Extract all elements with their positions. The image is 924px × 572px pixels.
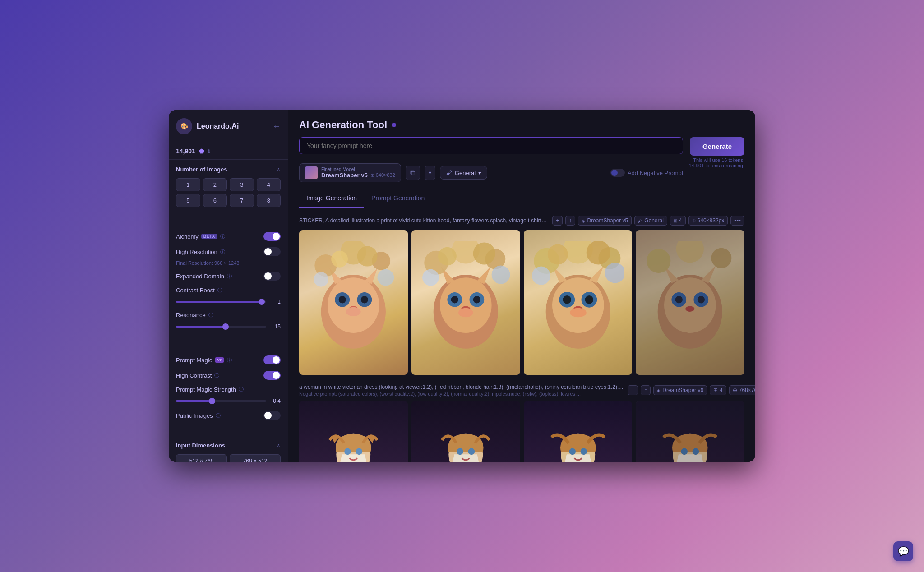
- model-chevron[interactable]: ▾: [425, 166, 435, 180]
- svg-marker-59: [701, 266, 716, 283]
- pm-strength-text: Prompt Magic Strength: [176, 386, 236, 393]
- contrast-boost-track[interactable]: [176, 301, 266, 303]
- pm-strength-label: Prompt Magic Strength ⓘ: [176, 386, 244, 393]
- add-btn-2[interactable]: +: [628, 385, 638, 395]
- prompt-magic-toggle[interactable]: [263, 355, 281, 364]
- model-label: Finetuned Model: [321, 167, 395, 172]
- dimensions-grid: 512 × 768 768 × 512 1024 × 768 768 × 102…: [176, 454, 281, 462]
- alchemy-toggle[interactable]: [263, 232, 281, 241]
- pm-strength-track[interactable]: [176, 400, 266, 402]
- resonance-track[interactable]: [176, 326, 266, 328]
- pm-strength-info[interactable]: ⓘ: [239, 386, 244, 393]
- style-selector[interactable]: 🖌 General ▾: [440, 166, 487, 180]
- final-resolution-text: Final Resolution: 960 × 1248: [176, 260, 281, 266]
- main-content: AI Generation Tool Finetuned Model: [288, 110, 755, 462]
- gen-prompt-text-1: STICKER, A detailed illustration a print…: [299, 217, 548, 224]
- token-bar: 14,901 ⬟ ℹ: [169, 143, 288, 160]
- kitten-image-3[interactable]: [524, 230, 633, 375]
- svg-point-33: [491, 266, 510, 284]
- public-images-info[interactable]: ⓘ: [216, 412, 221, 419]
- num-btn-5[interactable]: 5: [176, 194, 200, 207]
- prompt-input[interactable]: [299, 137, 683, 154]
- public-images-label: Public Images ⓘ: [176, 412, 221, 419]
- generate-button[interactable]: Generate: [690, 137, 744, 156]
- style-chevron: ▾: [478, 170, 481, 176]
- prompt-magic-info[interactable]: ⓘ: [227, 357, 232, 364]
- add-btn-1[interactable]: +: [552, 216, 563, 226]
- dim-768x512[interactable]: 768 × 512: [230, 454, 281, 462]
- token-info-icon[interactable]: ℹ: [208, 148, 210, 154]
- top-bar: AI Generation Tool Finetuned Model: [288, 110, 755, 189]
- woman-images-grid: [299, 401, 744, 462]
- svg-point-65: [356, 448, 363, 455]
- svg-point-31: [473, 242, 495, 264]
- high-contrast-info[interactable]: ⓘ: [214, 372, 219, 379]
- svg-point-50: [605, 263, 624, 283]
- tab-image-generation[interactable]: Image Generation: [299, 189, 364, 208]
- kitten-image-4[interactable]: [636, 230, 744, 375]
- resonance-row: Resonance ⓘ: [176, 309, 281, 322]
- content-area: STICKER, A detailed illustration a print…: [288, 208, 755, 462]
- number-of-images-section: Number of Images ∧ 1 2 3 4 5 6 7 8: [169, 160, 288, 213]
- number-grid-bottom: 5 6 7 8: [176, 194, 281, 207]
- svg-point-55: [675, 296, 683, 303]
- input-dimensions-collapse[interactable]: ∧: [277, 443, 281, 449]
- up-btn-1[interactable]: ↑: [565, 216, 575, 226]
- count-tag-1: ⊞ 4: [670, 216, 686, 226]
- neg-prompt-text-2: Negative prompt: (saturated colors), (wo…: [299, 391, 623, 397]
- num-btn-7[interactable]: 7: [230, 194, 254, 207]
- tab-prompt-generation[interactable]: Prompt Generation: [364, 189, 432, 208]
- num-btn-4[interactable]: 4: [257, 178, 281, 191]
- svg-point-62: [676, 241, 704, 263]
- number-of-images-header: Number of Images ∧: [176, 166, 281, 173]
- high-contrast-toggle[interactable]: [263, 371, 281, 380]
- contrast-boost-info[interactable]: ⓘ: [217, 287, 222, 294]
- contrast-boost-fill: [176, 301, 262, 303]
- kitten-image-1[interactable]: [299, 230, 408, 375]
- resonance-info[interactable]: ⓘ: [208, 312, 213, 318]
- action-btns-1: + ↑ ◈ DreamShaper v5 🖌 General ⊞ 4: [552, 216, 744, 226]
- expanded-domain-toggle[interactable]: [263, 272, 281, 281]
- svg-point-49: [532, 267, 550, 285]
- num-btn-1[interactable]: 1: [176, 178, 200, 191]
- high-resolution-toggle[interactable]: [263, 247, 281, 256]
- expanded-domain-info[interactable]: ⓘ: [227, 273, 232, 280]
- svg-point-73: [681, 448, 688, 455]
- copy-model-btn[interactable]: ⧉: [406, 166, 420, 180]
- chat-fab[interactable]: 💬: [893, 541, 913, 561]
- model-selector[interactable]: Finetuned Model DreamShaper v5 ⊕ 640×832: [299, 163, 401, 182]
- public-images-row: Public Images ⓘ: [176, 408, 281, 423]
- num-btn-3[interactable]: 3: [230, 178, 254, 191]
- svg-point-14: [357, 246, 378, 267]
- num-btn-2[interactable]: 2: [203, 178, 227, 191]
- public-images-toggle[interactable]: [263, 411, 281, 420]
- dots-btn-1[interactable]: •••: [730, 216, 744, 226]
- svg-point-61: [711, 248, 732, 268]
- high-resolution-info[interactable]: ⓘ: [220, 249, 225, 255]
- resonance-text: Resonance: [176, 312, 206, 318]
- kitten-image-2[interactable]: [411, 230, 520, 375]
- woman-image-3[interactable]: [524, 401, 633, 462]
- resonance-thumb[interactable]: [222, 323, 229, 330]
- resonance-value: 15: [270, 323, 281, 330]
- up-btn-2[interactable]: ↑: [641, 385, 651, 395]
- num-btn-6[interactable]: 6: [203, 194, 227, 207]
- woman-image-2[interactable]: [411, 401, 520, 462]
- woman-image-4[interactable]: [636, 401, 744, 462]
- prompt-magic-section: Prompt Magic V2 ⓘ High Contrast ⓘ Prompt…: [169, 346, 288, 427]
- app-window: 🎨 Leonardo.Ai ← 14,901 ⬟ ℹ Number of Ima…: [169, 110, 755, 462]
- number-of-images-collapse[interactable]: ∧: [277, 166, 281, 173]
- alchemy-info[interactable]: ⓘ: [220, 233, 225, 240]
- back-icon[interactable]: ←: [273, 122, 281, 131]
- dim-512x768[interactable]: 512 × 768: [176, 454, 227, 462]
- woman-image-1[interactable]: [299, 401, 408, 462]
- contrast-boost-thumb[interactable]: [259, 299, 265, 305]
- neg-prompt-toggle[interactable]: Add Negative Prompt: [610, 169, 684, 177]
- logo-text: Leonardo.Ai: [197, 122, 239, 130]
- num-btn-8[interactable]: 8: [257, 194, 281, 207]
- input-dimensions-section: Input Dimensions ∧ 512 × 768 768 × 512 1…: [169, 436, 288, 462]
- pm-strength-slider-row: 0.4: [176, 398, 281, 404]
- high-resolution-row: High Resolution ⓘ: [176, 244, 281, 259]
- svg-point-18: [440, 277, 492, 333]
- pm-strength-thumb[interactable]: [209, 398, 215, 404]
